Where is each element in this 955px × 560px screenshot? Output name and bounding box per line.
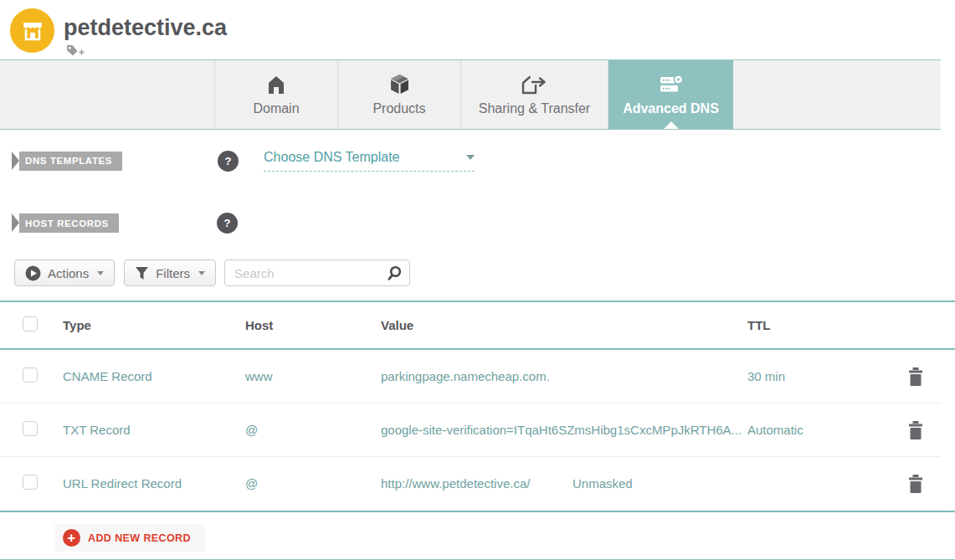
record-value[interactable]: google-site-verification=ITqaHt6SZmsHibg… [381,423,742,437]
record-type[interactable]: URL Redirect Record [63,476,245,491]
host-records-section: HOST RECORDS ? [0,213,955,234]
column-header-ttl: TTL [747,318,908,332]
page-title: petdetective.ca [64,15,227,41]
actions-button-label: Actions [48,266,89,280]
section-label: HOST RECORDS [19,213,119,233]
chevron-down-icon [466,155,475,160]
storefront-icon [10,8,54,53]
table-header-row: Type Host Value TTL [0,302,941,348]
record-host[interactable]: @ [245,476,381,491]
record-host[interactable]: @ [245,423,381,437]
table-row: CNAME Record www parkingpage.namecheap.c… [0,350,941,403]
table-bottom-divider [0,511,955,512]
add-tag-icon[interactable] [65,44,85,58]
add-new-record-label: ADD NEW RECORD [88,532,191,544]
play-circle-icon [25,265,41,281]
domain-tab-bar: Domain Products Sharing & [0,59,941,130]
search-box [224,259,410,286]
tab-advanced-dns[interactable]: Advanced DNS [608,60,733,129]
filters-button[interactable]: Filters [124,259,216,286]
record-type[interactable]: TXT Record [63,423,245,437]
record-type[interactable]: CNAME Record [63,369,245,383]
filters-button-label: Filters [156,266,190,280]
tab-label: Advanced DNS [623,101,719,116]
add-new-record-button[interactable]: + ADD NEW RECORD [54,524,205,552]
tab-products[interactable]: Products [338,60,461,129]
delete-record-button[interactable] [908,421,941,439]
tab-label: Domain [253,101,299,116]
page-header: petdetective.ca [0,0,955,59]
help-icon[interactable]: ? [217,213,238,234]
trash-icon [908,475,923,493]
column-header-type: Type [63,318,245,332]
chevron-down-icon [198,271,205,275]
row-checkbox[interactable] [23,421,38,436]
trash-icon [908,367,923,386]
plus-circle-icon: + [63,529,80,547]
record-value-mode[interactable]: Unmasked [572,476,633,491]
record-ttl[interactable]: Automatic [747,423,908,437]
host-records-ribbon: HOST RECORDS [12,213,119,233]
record-ttl[interactable]: 30 min [747,369,908,383]
chevron-down-icon [97,271,104,275]
dns-templates-ribbon: DNS TEMPLATES [12,152,122,171]
package-icon [389,73,410,95]
help-icon[interactable]: ? [218,151,239,172]
tab-label: Sharing & Transfer [479,101,590,116]
tab-label: Products [372,101,425,116]
select-all-checkbox[interactable] [23,316,38,331]
host-records-toolbar: Actions Filters [14,259,955,286]
dropdown-selected-value: Choose DNS Template [264,150,399,165]
search-input[interactable] [234,266,386,280]
table-row: TXT Record @ google-site-verification=IT… [0,403,941,457]
record-host[interactable]: www [245,369,381,383]
actions-button[interactable]: Actions [14,259,115,286]
delete-record-button[interactable] [908,367,941,386]
search-icon[interactable] [386,265,402,281]
dns-server-gear-icon [658,73,684,95]
column-header-host: Host [245,318,381,332]
dns-templates-section: DNS TEMPLATES ? Choose DNS Template [0,150,955,172]
row-checkbox[interactable] [23,367,38,383]
section-label: DNS TEMPLATES [19,152,122,171]
record-value[interactable]: http://www.petdetective.ca/ [381,476,572,491]
row-checkbox[interactable] [23,475,38,490]
delete-record-button[interactable] [908,475,941,493]
ribbon-arrow-icon [12,213,19,232]
house-transfer-icon [521,73,547,95]
home-icon [267,73,285,95]
tab-strip-spacer [0,60,215,129]
record-value[interactable]: parkingpage.namecheap.com. [381,369,550,383]
dns-template-dropdown[interactable]: Choose DNS Template [264,150,475,172]
trash-icon [908,421,923,439]
add-record-row: + ADD NEW RECORD [54,524,955,552]
column-header-value: Value [381,318,747,332]
ribbon-arrow-icon [12,152,19,170]
tab-domain[interactable]: Domain [215,60,338,129]
table-row: URL Redirect Record @ http://www.petdete… [0,457,941,511]
advanced-dns-page: petdetective.ca Domain [0,0,955,560]
tab-strip-spacer [733,60,941,129]
tab-sharing-transfer[interactable]: Sharing & Transfer [461,60,608,129]
funnel-icon [135,266,149,280]
